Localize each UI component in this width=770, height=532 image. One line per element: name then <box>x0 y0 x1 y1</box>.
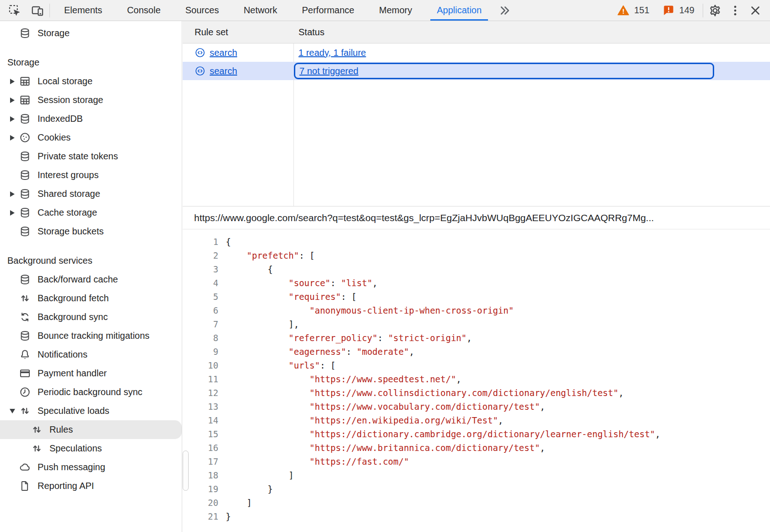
code-text: { <box>226 235 231 249</box>
tab-memory[interactable]: Memory <box>367 0 424 21</box>
sidebar-item-local-storage[interactable]: Local storage <box>0 72 182 91</box>
code-text: "prefetch": [ <box>226 249 315 262</box>
sidebar-item-session-storage[interactable]: Session storage <box>0 91 182 109</box>
sidebar-item-bounce-tracking-mitigations[interactable]: Bounce tracking mitigations <box>0 326 182 345</box>
sidebar-item-label: Reporting API <box>38 481 94 491</box>
payment-icon <box>19 367 31 380</box>
triangle-expanded-icon[interactable] <box>10 409 15 413</box>
warnings-counter[interactable]: 151 <box>611 4 656 16</box>
cloud-icon <box>19 461 31 473</box>
sidebar-item-back-forward-cache[interactable]: Back/forward cache <box>0 270 182 289</box>
rule-set-link[interactable]: search <box>210 66 237 76</box>
sidebar-item-speculations[interactable]: Speculations <box>0 439 182 458</box>
sidebar-item-interest-groups[interactable]: Interest groups <box>0 166 182 185</box>
toolbar-divider <box>49 4 50 17</box>
sidebar-item-label: Cache storage <box>38 207 97 218</box>
inspect-element-button[interactable] <box>5 1 25 20</box>
sidebar-item-notifications[interactable]: Notifications <box>0 345 182 364</box>
close-button[interactable] <box>745 1 765 20</box>
tab-network[interactable]: Network <box>231 0 289 21</box>
disclosure-slot <box>6 98 19 103</box>
triangle-collapsed-icon[interactable] <box>10 135 15 141</box>
sidebar-item-storage[interactable]: Storage <box>0 24 182 43</box>
code-text: "https://en.wikipedia.org/wiki/Test", <box>226 413 503 427</box>
tab-console[interactable]: Console <box>114 0 173 21</box>
code-text: ], <box>226 317 299 331</box>
column-header-status: Status <box>293 27 770 38</box>
tab-application[interactable]: Application <box>424 0 494 21</box>
tab-performance[interactable]: Performance <box>290 0 367 21</box>
code-line: 13 "https://www.vocabulary.com/dictionar… <box>183 400 770 413</box>
menu-button[interactable] <box>725 1 745 20</box>
sidebar-item-label: Speculations <box>49 443 102 454</box>
sidebar-item-cache-storage[interactable]: Cache storage <box>0 203 182 222</box>
status-link[interactable]: 1 ready, 1 failure <box>298 48 366 58</box>
disclosure-slot <box>6 191 19 197</box>
sidebar-item-cookies[interactable]: Cookies <box>0 128 182 147</box>
line-number: 9 <box>183 345 218 358</box>
sidebar-item-label: Speculative loads <box>38 406 109 416</box>
line-number: 11 <box>183 372 218 386</box>
column-header-rule-set: Rule set <box>183 27 293 38</box>
code-line: 6 "anonymous-client-ip-when-cross-origin… <box>183 304 770 317</box>
scrollbar-thumb[interactable] <box>183 451 189 491</box>
sidebar-item-payment-handler[interactable]: Payment handler <box>0 364 182 383</box>
line-number: 4 <box>183 276 218 290</box>
database-icon <box>19 150 31 163</box>
ruleset-row[interactable]: search1 ready, 1 failure <box>183 43 770 62</box>
code-line: 20 ] <box>183 496 770 510</box>
more-tabs-button[interactable] <box>494 4 515 17</box>
code-text: "urls": [ <box>226 358 336 372</box>
code-line: 2 "prefetch": [ <box>183 249 770 262</box>
sidebar-item-reporting-api[interactable]: Reporting API <box>0 477 182 495</box>
code-line: 5 "requires": [ <box>183 290 770 304</box>
database-icon <box>19 225 31 238</box>
rule-set-cell: search <box>183 65 293 76</box>
code-line: 11 "https://www.speedtest.net/", <box>183 372 770 386</box>
tab-strip: ElementsConsoleSourcesNetworkPerformance… <box>52 0 494 21</box>
sidebar-item-label: Periodic background sync <box>38 387 142 397</box>
triangle-collapsed-icon[interactable] <box>10 210 15 216</box>
sidebar-item-background-fetch[interactable]: Background fetch <box>0 289 182 308</box>
code-line: 7 ], <box>183 317 770 331</box>
sidebar-item-background-sync[interactable]: Background sync <box>0 308 182 326</box>
code-text: "requires": [ <box>226 290 357 304</box>
device-toolbar-button[interactable] <box>27 1 48 20</box>
sidebar-item-label: Interest groups <box>38 170 98 180</box>
sidebar-item-speculative-loads[interactable]: Speculative loads <box>0 402 182 420</box>
updown-icon <box>31 423 43 436</box>
issues-counter[interactable]: 149 <box>656 4 701 16</box>
database-icon <box>19 188 31 200</box>
sidebar-item-periodic-background-sync[interactable]: Periodic background sync <box>0 383 182 402</box>
status-focus-ring[interactable]: 7 not triggered <box>294 63 714 79</box>
triangle-collapsed-icon[interactable] <box>10 116 15 122</box>
sidebar-item-indexeddb[interactable]: IndexedDB <box>0 109 182 128</box>
triangle-collapsed-icon[interactable] <box>10 79 15 84</box>
tab-elements[interactable]: Elements <box>52 0 114 21</box>
line-number: 7 <box>183 317 218 331</box>
settings-button[interactable] <box>705 1 725 20</box>
tab-sources[interactable]: Sources <box>173 0 231 21</box>
triangle-collapsed-icon[interactable] <box>10 98 15 103</box>
sidebar-item-storage-buckets[interactable]: Storage buckets <box>0 222 182 241</box>
disclosure-slot <box>6 135 19 141</box>
status-cell[interactable]: 1 ready, 1 failure <box>293 48 770 58</box>
ruleset-row[interactable]: search7 not triggered <box>183 62 770 80</box>
sidebar-item-push-messaging[interactable]: Push messaging <box>0 458 182 477</box>
status-cell[interactable]: 7 not triggered <box>293 62 770 80</box>
sync-icon <box>19 311 31 323</box>
triangle-collapsed-icon[interactable] <box>10 191 15 197</box>
status-link[interactable]: 7 not triggered <box>299 66 358 76</box>
sidebar-item-rules[interactable]: Rules <box>0 420 182 439</box>
inspect-icon <box>8 4 22 17</box>
code-line: 18 ] <box>183 468 770 482</box>
sidebar-item-private-state-tokens[interactable]: Private state tokens <box>0 147 182 166</box>
table-icon <box>19 75 31 87</box>
code-line: 14 "https://en.wikipedia.org/wiki/Test", <box>183 413 770 427</box>
rule-set-link[interactable]: search <box>210 48 237 58</box>
section-header-storage: Storage <box>0 53 182 72</box>
code-line: 15 "https://dictionary.cambridge.org/dic… <box>183 427 770 441</box>
code-line: 17 "https://fast.com/" <box>183 455 770 468</box>
sidebar-item-shared-storage[interactable]: Shared storage <box>0 185 182 203</box>
close-icon <box>748 4 762 17</box>
